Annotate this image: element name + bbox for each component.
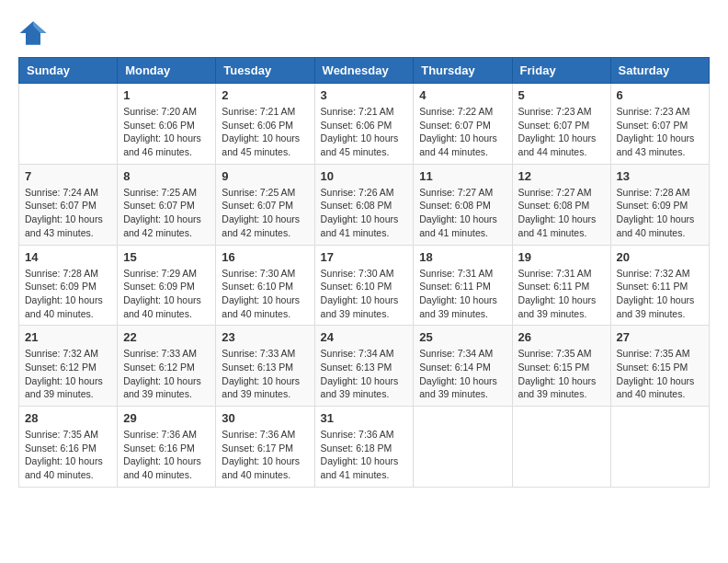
calendar-cell: 5Sunrise: 7:23 AM Sunset: 6:07 PM Daylig…	[512, 84, 610, 165]
weekday-header-cell: Sunday	[19, 58, 118, 84]
day-number: 8	[123, 169, 210, 183]
day-info: Sunrise: 7:30 AM Sunset: 6:10 PM Dayligh…	[321, 267, 408, 321]
day-info: Sunrise: 7:29 AM Sunset: 6:09 PM Dayligh…	[123, 267, 210, 321]
calendar-cell: 31Sunrise: 7:36 AM Sunset: 6:18 PM Dayli…	[314, 407, 414, 488]
day-number: 5	[518, 88, 605, 102]
calendar-cell	[414, 407, 512, 488]
day-info: Sunrise: 7:25 AM Sunset: 6:07 PM Dayligh…	[222, 186, 308, 240]
day-number: 17	[321, 250, 408, 264]
calendar-cell: 18Sunrise: 7:31 AM Sunset: 6:11 PM Dayli…	[414, 245, 512, 326]
day-info: Sunrise: 7:31 AM Sunset: 6:11 PM Dayligh…	[419, 267, 506, 321]
day-info: Sunrise: 7:23 AM Sunset: 6:07 PM Dayligh…	[617, 105, 703, 159]
calendar-cell: 3Sunrise: 7:21 AM Sunset: 6:06 PM Daylig…	[314, 84, 414, 165]
day-number: 16	[222, 250, 308, 264]
calendar-cell: 6Sunrise: 7:23 AM Sunset: 6:07 PM Daylig…	[610, 84, 709, 165]
day-info: Sunrise: 7:34 AM Sunset: 6:14 PM Dayligh…	[419, 347, 506, 401]
calendar-cell: 24Sunrise: 7:34 AM Sunset: 6:13 PM Dayli…	[314, 326, 414, 407]
day-number: 19	[518, 250, 605, 264]
day-number: 26	[518, 330, 605, 344]
logo	[18, 18, 51, 48]
weekday-header-cell: Saturday	[610, 58, 709, 84]
calendar-cell: 25Sunrise: 7:34 AM Sunset: 6:14 PM Dayli…	[414, 326, 512, 407]
day-number: 31	[321, 411, 408, 425]
day-number: 18	[419, 250, 506, 264]
day-number: 4	[419, 88, 506, 102]
day-number: 9	[222, 169, 308, 183]
calendar-cell: 20Sunrise: 7:32 AM Sunset: 6:11 PM Dayli…	[610, 245, 709, 326]
day-number: 25	[419, 330, 506, 344]
day-number: 15	[123, 250, 210, 264]
calendar-body: 1Sunrise: 7:20 AM Sunset: 6:06 PM Daylig…	[19, 84, 710, 488]
calendar-cell: 30Sunrise: 7:36 AM Sunset: 6:17 PM Dayli…	[216, 407, 314, 488]
day-info: Sunrise: 7:31 AM Sunset: 6:11 PM Dayligh…	[518, 267, 605, 321]
calendar-cell: 21Sunrise: 7:32 AM Sunset: 6:12 PM Dayli…	[19, 326, 118, 407]
day-info: Sunrise: 7:34 AM Sunset: 6:13 PM Dayligh…	[321, 347, 408, 401]
calendar-cell: 9Sunrise: 7:25 AM Sunset: 6:07 PM Daylig…	[216, 164, 314, 245]
calendar-cell: 27Sunrise: 7:35 AM Sunset: 6:15 PM Dayli…	[610, 326, 709, 407]
weekday-header-cell: Friday	[512, 58, 610, 84]
calendar-week-row: 1Sunrise: 7:20 AM Sunset: 6:06 PM Daylig…	[19, 84, 710, 165]
day-number: 13	[617, 169, 703, 183]
calendar-cell: 8Sunrise: 7:25 AM Sunset: 6:07 PM Daylig…	[118, 164, 216, 245]
calendar-cell: 28Sunrise: 7:35 AM Sunset: 6:16 PM Dayli…	[19, 407, 118, 488]
day-info: Sunrise: 7:20 AM Sunset: 6:06 PM Dayligh…	[123, 105, 210, 159]
day-info: Sunrise: 7:28 AM Sunset: 6:09 PM Dayligh…	[25, 267, 111, 321]
day-number: 11	[419, 169, 506, 183]
calendar-table: SundayMondayTuesdayWednesdayThursdayFrid…	[18, 57, 710, 488]
day-info: Sunrise: 7:33 AM Sunset: 6:13 PM Dayligh…	[222, 347, 308, 401]
calendar-cell: 22Sunrise: 7:33 AM Sunset: 6:12 PM Dayli…	[118, 326, 216, 407]
day-number: 12	[518, 169, 605, 183]
day-info: Sunrise: 7:26 AM Sunset: 6:08 PM Dayligh…	[321, 186, 408, 240]
day-info: Sunrise: 7:36 AM Sunset: 6:18 PM Dayligh…	[321, 428, 408, 482]
day-number: 28	[25, 411, 111, 425]
day-number: 2	[222, 88, 308, 102]
day-number: 23	[222, 330, 308, 344]
calendar-week-row: 28Sunrise: 7:35 AM Sunset: 6:16 PM Dayli…	[19, 407, 710, 488]
day-number: 7	[25, 169, 111, 183]
calendar-cell: 23Sunrise: 7:33 AM Sunset: 6:13 PM Dayli…	[216, 326, 314, 407]
day-info: Sunrise: 7:35 AM Sunset: 6:16 PM Dayligh…	[25, 428, 111, 482]
calendar-cell: 17Sunrise: 7:30 AM Sunset: 6:10 PM Dayli…	[314, 245, 414, 326]
calendar-week-row: 14Sunrise: 7:28 AM Sunset: 6:09 PM Dayli…	[19, 245, 710, 326]
weekday-header-row: SundayMondayTuesdayWednesdayThursdayFrid…	[19, 58, 710, 84]
calendar-cell: 15Sunrise: 7:29 AM Sunset: 6:09 PM Dayli…	[118, 245, 216, 326]
day-number: 29	[123, 411, 210, 425]
page-header	[18, 18, 710, 48]
calendar-cell: 13Sunrise: 7:28 AM Sunset: 6:09 PM Dayli…	[610, 164, 709, 245]
day-info: Sunrise: 7:27 AM Sunset: 6:08 PM Dayligh…	[518, 186, 605, 240]
calendar-cell: 29Sunrise: 7:36 AM Sunset: 6:16 PM Dayli…	[118, 407, 216, 488]
day-info: Sunrise: 7:35 AM Sunset: 6:15 PM Dayligh…	[617, 347, 703, 401]
day-info: Sunrise: 7:36 AM Sunset: 6:17 PM Dayligh…	[222, 428, 308, 482]
day-info: Sunrise: 7:32 AM Sunset: 6:12 PM Dayligh…	[25, 347, 111, 401]
day-info: Sunrise: 7:30 AM Sunset: 6:10 PM Dayligh…	[222, 267, 308, 321]
logo-icon	[18, 18, 48, 48]
day-info: Sunrise: 7:32 AM Sunset: 6:11 PM Dayligh…	[617, 267, 703, 321]
calendar-week-row: 21Sunrise: 7:32 AM Sunset: 6:12 PM Dayli…	[19, 326, 710, 407]
calendar-cell: 1Sunrise: 7:20 AM Sunset: 6:06 PM Daylig…	[118, 84, 216, 165]
day-number: 6	[617, 88, 703, 102]
calendar-week-row: 7Sunrise: 7:24 AM Sunset: 6:07 PM Daylig…	[19, 164, 710, 245]
day-info: Sunrise: 7:23 AM Sunset: 6:07 PM Dayligh…	[518, 105, 605, 159]
calendar-cell: 4Sunrise: 7:22 AM Sunset: 6:07 PM Daylig…	[414, 84, 512, 165]
day-number: 20	[617, 250, 703, 264]
day-info: Sunrise: 7:36 AM Sunset: 6:16 PM Dayligh…	[123, 428, 210, 482]
calendar-cell: 14Sunrise: 7:28 AM Sunset: 6:09 PM Dayli…	[19, 245, 118, 326]
calendar-cell: 16Sunrise: 7:30 AM Sunset: 6:10 PM Dayli…	[216, 245, 314, 326]
day-info: Sunrise: 7:25 AM Sunset: 6:07 PM Dayligh…	[123, 186, 210, 240]
weekday-header-cell: Thursday	[414, 58, 512, 84]
calendar-cell: 12Sunrise: 7:27 AM Sunset: 6:08 PM Dayli…	[512, 164, 610, 245]
day-info: Sunrise: 7:22 AM Sunset: 6:07 PM Dayligh…	[419, 105, 506, 159]
day-info: Sunrise: 7:21 AM Sunset: 6:06 PM Dayligh…	[321, 105, 408, 159]
calendar-cell: 26Sunrise: 7:35 AM Sunset: 6:15 PM Dayli…	[512, 326, 610, 407]
day-number: 3	[321, 88, 408, 102]
calendar-cell: 19Sunrise: 7:31 AM Sunset: 6:11 PM Dayli…	[512, 245, 610, 326]
day-number: 22	[123, 330, 210, 344]
day-number: 30	[222, 411, 308, 425]
day-number: 1	[123, 88, 210, 102]
weekday-header-cell: Tuesday	[216, 58, 314, 84]
day-number: 10	[321, 169, 408, 183]
calendar-cell: 7Sunrise: 7:24 AM Sunset: 6:07 PM Daylig…	[19, 164, 118, 245]
day-info: Sunrise: 7:21 AM Sunset: 6:06 PM Dayligh…	[222, 105, 308, 159]
calendar-cell	[610, 407, 709, 488]
calendar-cell	[19, 84, 118, 165]
